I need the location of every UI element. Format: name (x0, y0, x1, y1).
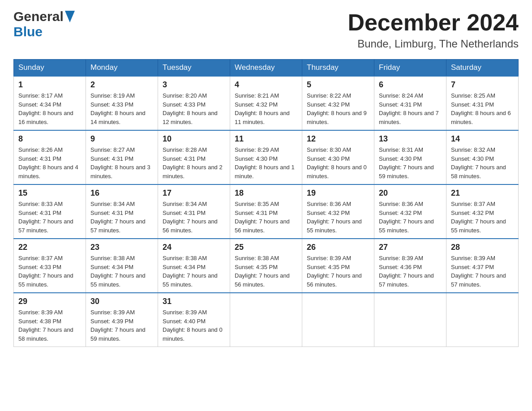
day-number: 11 (235, 134, 297, 144)
calendar-cell: 26 Sunrise: 8:39 AMSunset: 4:35 PMDaylig… (302, 239, 374, 293)
calendar-cell: 11 Sunrise: 8:29 AMSunset: 4:30 PMDaylig… (230, 130, 302, 184)
calendar-header-row: SundayMondayTuesdayWednesdayThursdayFrid… (14, 60, 519, 77)
week-row-4: 22 Sunrise: 8:37 AMSunset: 4:33 PMDaylig… (14, 239, 519, 293)
day-number: 10 (163, 134, 225, 144)
day-number: 14 (451, 134, 514, 144)
calendar-cell: 5 Sunrise: 8:22 AMSunset: 4:32 PMDayligh… (302, 76, 374, 130)
calendar-cell: 15 Sunrise: 8:33 AMSunset: 4:31 PMDaylig… (14, 184, 86, 239)
logo-blue-text: Blue (13, 24, 43, 39)
day-info: Sunrise: 8:39 AMSunset: 4:37 PMDaylight:… (451, 254, 514, 289)
calendar-cell: 21 Sunrise: 8:37 AMSunset: 4:32 PMDaylig… (446, 184, 519, 239)
day-number: 4 (235, 80, 297, 90)
day-info: Sunrise: 8:27 AMSunset: 4:31 PMDaylight:… (90, 146, 153, 180)
day-info: Sunrise: 8:29 AMSunset: 4:30 PMDaylight:… (235, 146, 297, 180)
day-info: Sunrise: 8:20 AMSunset: 4:33 PMDaylight:… (163, 91, 225, 126)
day-info: Sunrise: 8:34 AMSunset: 4:31 PMDaylight:… (90, 200, 153, 235)
logo: General Blue (13, 9, 75, 39)
title-block: December 2024 Bunde, Limburg, The Nether… (348, 9, 519, 50)
calendar-cell: 28 Sunrise: 8:39 AMSunset: 4:37 PMDaylig… (446, 239, 519, 293)
day-number: 8 (18, 134, 81, 144)
day-info: Sunrise: 8:39 AMSunset: 4:36 PMDaylight:… (379, 254, 442, 289)
day-info: Sunrise: 8:25 AMSunset: 4:31 PMDaylight:… (451, 91, 514, 126)
calendar-cell: 3 Sunrise: 8:20 AMSunset: 4:33 PMDayligh… (158, 76, 230, 130)
day-header-monday: Monday (86, 60, 158, 77)
calendar-table: SundayMondayTuesdayWednesdayThursdayFrid… (13, 59, 519, 347)
day-number: 12 (307, 134, 369, 144)
day-info: Sunrise: 8:39 AMSunset: 4:39 PMDaylight:… (90, 308, 153, 343)
calendar-cell: 2 Sunrise: 8:19 AMSunset: 4:33 PMDayligh… (86, 76, 158, 130)
svg-marker-0 (65, 11, 75, 22)
day-info: Sunrise: 8:37 AMSunset: 4:33 PMDaylight:… (18, 254, 81, 289)
day-number: 9 (90, 134, 153, 144)
day-number: 28 (451, 243, 514, 252)
calendar-cell: 8 Sunrise: 8:26 AMSunset: 4:31 PMDayligh… (14, 130, 86, 184)
day-info: Sunrise: 8:26 AMSunset: 4:31 PMDaylight:… (18, 146, 81, 180)
day-info: Sunrise: 8:35 AMSunset: 4:31 PMDaylight:… (235, 200, 297, 235)
day-info: Sunrise: 8:21 AMSunset: 4:32 PMDaylight:… (235, 91, 297, 126)
calendar-cell: 4 Sunrise: 8:21 AMSunset: 4:32 PMDayligh… (230, 76, 302, 130)
day-number: 6 (379, 80, 442, 90)
calendar-cell (374, 293, 446, 347)
calendar-cell: 22 Sunrise: 8:37 AMSunset: 4:33 PMDaylig… (14, 239, 86, 293)
calendar-cell: 29 Sunrise: 8:39 AMSunset: 4:38 PMDaylig… (14, 293, 86, 347)
day-info: Sunrise: 8:36 AMSunset: 4:32 PMDaylight:… (307, 200, 369, 235)
calendar-cell: 16 Sunrise: 8:34 AMSunset: 4:31 PMDaylig… (86, 184, 158, 239)
day-info: Sunrise: 8:39 AMSunset: 4:35 PMDaylight:… (307, 254, 369, 289)
calendar-cell: 13 Sunrise: 8:31 AMSunset: 4:30 PMDaylig… (374, 130, 446, 184)
day-number: 19 (307, 188, 369, 198)
day-info: Sunrise: 8:38 AMSunset: 4:34 PMDaylight:… (163, 254, 225, 289)
day-info: Sunrise: 8:24 AMSunset: 4:31 PMDaylight:… (379, 91, 442, 126)
day-info: Sunrise: 8:19 AMSunset: 4:33 PMDaylight:… (90, 91, 153, 126)
day-header-tuesday: Tuesday (158, 60, 230, 77)
calendar-cell: 9 Sunrise: 8:27 AMSunset: 4:31 PMDayligh… (86, 130, 158, 184)
day-number: 24 (163, 243, 225, 252)
calendar-cell: 10 Sunrise: 8:28 AMSunset: 4:31 PMDaylig… (158, 130, 230, 184)
day-number: 1 (18, 80, 81, 90)
main-title: December 2024 (348, 9, 519, 36)
day-number: 3 (163, 80, 225, 90)
day-number: 2 (90, 80, 153, 90)
calendar-cell: 18 Sunrise: 8:35 AMSunset: 4:31 PMDaylig… (230, 184, 302, 239)
calendar-cell: 27 Sunrise: 8:39 AMSunset: 4:36 PMDaylig… (374, 239, 446, 293)
day-number: 25 (235, 243, 297, 252)
day-header-wednesday: Wednesday (230, 60, 302, 77)
subtitle: Bunde, Limburg, The Netherlands (348, 38, 519, 50)
day-number: 20 (379, 188, 442, 198)
day-number: 16 (90, 188, 153, 198)
calendar-cell: 20 Sunrise: 8:36 AMSunset: 4:32 PMDaylig… (374, 184, 446, 239)
day-info: Sunrise: 8:22 AMSunset: 4:32 PMDaylight:… (307, 91, 369, 126)
logo-arrow-icon (65, 11, 75, 22)
calendar-cell (230, 293, 302, 347)
day-number: 29 (18, 297, 81, 306)
day-number: 18 (235, 188, 297, 198)
day-info: Sunrise: 8:38 AMSunset: 4:35 PMDaylight:… (235, 254, 297, 289)
day-number: 13 (379, 134, 442, 144)
calendar-cell: 7 Sunrise: 8:25 AMSunset: 4:31 PMDayligh… (446, 76, 519, 130)
calendar-cell: 6 Sunrise: 8:24 AMSunset: 4:31 PMDayligh… (374, 76, 446, 130)
day-info: Sunrise: 8:30 AMSunset: 4:30 PMDaylight:… (307, 146, 369, 180)
day-header-friday: Friday (374, 60, 446, 77)
calendar-cell: 30 Sunrise: 8:39 AMSunset: 4:39 PMDaylig… (86, 293, 158, 347)
calendar-cell: 25 Sunrise: 8:38 AMSunset: 4:35 PMDaylig… (230, 239, 302, 293)
calendar-cell (302, 293, 374, 347)
logo-general-text: General (13, 9, 64, 24)
day-header-saturday: Saturday (446, 60, 519, 77)
week-row-1: 1 Sunrise: 8:17 AMSunset: 4:34 PMDayligh… (14, 76, 519, 130)
calendar-cell: 23 Sunrise: 8:38 AMSunset: 4:34 PMDaylig… (86, 239, 158, 293)
day-info: Sunrise: 8:34 AMSunset: 4:31 PMDaylight:… (163, 200, 225, 235)
day-number: 22 (18, 243, 81, 252)
day-header-sunday: Sunday (14, 60, 86, 77)
day-number: 7 (451, 80, 514, 90)
week-row-3: 15 Sunrise: 8:33 AMSunset: 4:31 PMDaylig… (14, 184, 519, 239)
day-info: Sunrise: 8:37 AMSunset: 4:32 PMDaylight:… (451, 200, 514, 235)
day-info: Sunrise: 8:39 AMSunset: 4:40 PMDaylight:… (163, 308, 225, 343)
day-number: 31 (163, 297, 225, 306)
calendar-cell (446, 293, 519, 347)
day-info: Sunrise: 8:38 AMSunset: 4:34 PMDaylight:… (90, 254, 153, 289)
day-info: Sunrise: 8:31 AMSunset: 4:30 PMDaylight:… (379, 146, 442, 180)
calendar-cell: 17 Sunrise: 8:34 AMSunset: 4:31 PMDaylig… (158, 184, 230, 239)
calendar-cell: 12 Sunrise: 8:30 AMSunset: 4:30 PMDaylig… (302, 130, 374, 184)
day-number: 21 (451, 188, 514, 198)
week-row-5: 29 Sunrise: 8:39 AMSunset: 4:38 PMDaylig… (14, 293, 519, 347)
calendar-cell: 31 Sunrise: 8:39 AMSunset: 4:40 PMDaylig… (158, 293, 230, 347)
